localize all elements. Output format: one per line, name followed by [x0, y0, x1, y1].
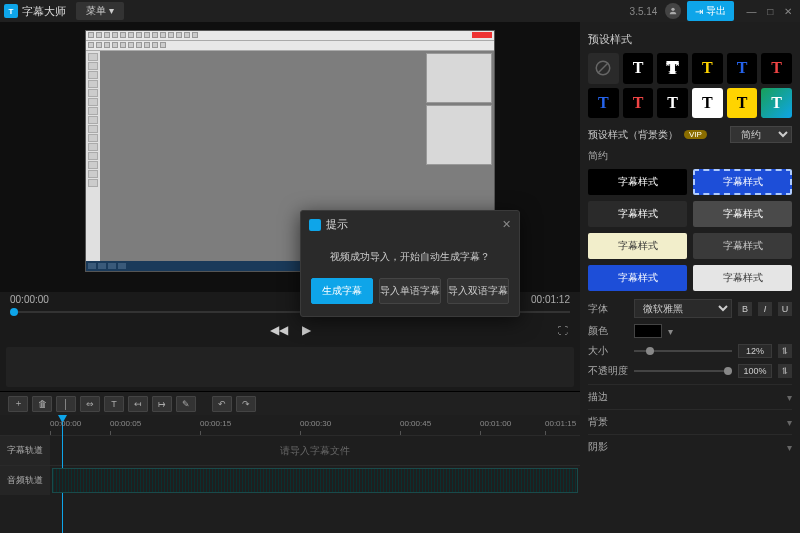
- chevron-down-icon: ▾: [787, 392, 792, 403]
- tl-split-button[interactable]: │: [56, 396, 76, 412]
- dialog-title: 提示: [326, 217, 497, 232]
- tl-align-right-button[interactable]: ↦: [152, 396, 172, 412]
- chevron-down-icon: ▾: [787, 417, 792, 428]
- import-dialog: 提示 ✕ 视频成功导入，开始自动生成字幕？ 生成字幕 导入单语字幕 导入双语字幕: [300, 210, 520, 317]
- subtitle-track-label: 字幕轨道: [0, 436, 50, 465]
- svg-point-0: [672, 8, 675, 11]
- color-label: 颜色: [588, 324, 628, 338]
- total-time: 00:01:12: [531, 294, 570, 305]
- waveform-panel: [6, 347, 574, 387]
- dialog-icon: [309, 219, 321, 231]
- preset-style-11[interactable]: T: [761, 88, 792, 119]
- audio-track-label: 音频轨道: [0, 466, 50, 495]
- size-value: 12%: [738, 344, 772, 358]
- preset-style-grid: TTTTTTTTTTT: [588, 53, 792, 118]
- opacity-label: 不透明度: [588, 364, 628, 378]
- italic-icon[interactable]: I: [758, 302, 772, 316]
- chevron-down-icon: ▾: [787, 442, 792, 453]
- tl-add-button[interactable]: ＋: [8, 396, 28, 412]
- title-bar: T 字幕大师 菜单 ▾ 3.5.14 ⇥ 导出 — □ ✕: [0, 0, 800, 22]
- preset-style-4[interactable]: T: [727, 53, 758, 84]
- preset-style-5[interactable]: T: [761, 53, 792, 84]
- tl-redo-button[interactable]: ↷: [236, 396, 256, 412]
- preset-style-3[interactable]: T: [692, 53, 723, 84]
- bg-style-grid: 字幕样式字幕样式字幕样式字幕样式字幕样式字幕样式字幕样式字幕样式: [588, 169, 792, 291]
- underline-icon[interactable]: U: [778, 302, 792, 316]
- opacity-stepper[interactable]: ⥮: [778, 364, 792, 378]
- dialog-message: 视频成功导入，开始自动生成字幕？: [301, 238, 519, 278]
- bold-icon[interactable]: B: [738, 302, 752, 316]
- bg-style-6[interactable]: 字幕样式: [588, 265, 687, 291]
- background-section[interactable]: 背景▾: [588, 409, 792, 434]
- preset-bg-select[interactable]: 简约: [730, 126, 792, 143]
- style-sidebar: 预设样式 TTTTTTTTTTT 预设样式（背景类） VIP 简约 简约 字幕样…: [580, 22, 800, 533]
- timeline[interactable]: 00:00:00 00:00:05 00:00:15 00:00:30 00:0…: [0, 415, 580, 533]
- opacity-value: 100%: [738, 364, 772, 378]
- dialog-close-button[interactable]: ✕: [502, 218, 511, 231]
- minimize-icon[interactable]: —: [746, 6, 756, 17]
- subtitle-placeholder: 请导入字幕文件: [280, 444, 350, 458]
- bg-style-3[interactable]: 字幕样式: [693, 201, 792, 227]
- export-button[interactable]: ⇥ 导出: [687, 1, 734, 21]
- stroke-section[interactable]: 描边▾: [588, 384, 792, 409]
- size-stepper[interactable]: ⥮: [778, 344, 792, 358]
- preset-bg-title: 预设样式（背景类）: [588, 128, 678, 142]
- timeline-toolbar: ＋ 🗑 │ ⇔ T ↤ ↦ ✎ ↶ ↷: [0, 391, 580, 415]
- play-button[interactable]: ▶: [302, 323, 311, 337]
- audio-track[interactable]: 音频轨道: [0, 465, 580, 495]
- version-label: 3.5.14: [630, 6, 658, 17]
- preset-style-9[interactable]: T: [692, 88, 723, 119]
- audio-waveform: [52, 468, 578, 493]
- tl-delete-button[interactable]: 🗑: [32, 396, 52, 412]
- bg-style-2[interactable]: 字幕样式: [588, 201, 687, 227]
- app-title: 字幕大师: [22, 4, 66, 19]
- user-icon[interactable]: [665, 3, 681, 19]
- font-label: 字体: [588, 302, 628, 316]
- preset-style-7[interactable]: T: [623, 88, 654, 119]
- fullscreen-icon[interactable]: ⛶: [558, 325, 568, 336]
- app-icon: T: [4, 4, 18, 18]
- vip-badge: VIP: [684, 130, 707, 139]
- bg-style-1[interactable]: 字幕样式: [693, 169, 792, 195]
- bg-style-4[interactable]: 字幕样式: [588, 233, 687, 259]
- preset-style-8[interactable]: T: [657, 88, 688, 119]
- tl-edit-button[interactable]: ✎: [176, 396, 196, 412]
- font-select[interactable]: 微软雅黑: [634, 299, 732, 318]
- preset-style-0[interactable]: [588, 53, 619, 84]
- tl-text-button[interactable]: T: [104, 396, 124, 412]
- preset-style-10[interactable]: T: [727, 88, 758, 119]
- preset-style-title: 预设样式: [588, 32, 792, 47]
- shadow-section[interactable]: 阴影▾: [588, 434, 792, 459]
- generate-subtitle-button[interactable]: 生成字幕: [311, 278, 373, 304]
- opacity-slider[interactable]: [634, 370, 732, 372]
- preset-style-1[interactable]: T: [623, 53, 654, 84]
- import-bi-subtitle-button[interactable]: 导入双语字幕: [447, 278, 509, 304]
- time-ruler[interactable]: 00:00:00 00:00:05 00:00:15 00:00:30 00:0…: [0, 415, 580, 435]
- preset-style-2[interactable]: T: [657, 53, 688, 84]
- close-icon[interactable]: ✕: [784, 6, 792, 17]
- maximize-icon[interactable]: □: [767, 6, 773, 17]
- size-label: 大小: [588, 344, 628, 358]
- preset-style-6[interactable]: T: [588, 88, 619, 119]
- current-time: 00:00:00: [10, 294, 49, 305]
- size-slider[interactable]: [634, 350, 732, 352]
- bg-style-0[interactable]: 字幕样式: [588, 169, 687, 195]
- tl-merge-button[interactable]: ⇔: [80, 396, 100, 412]
- subtitle-track[interactable]: 字幕轨道 请导入字幕文件: [0, 435, 580, 465]
- simple-section-header: 简约: [588, 149, 792, 163]
- color-swatch[interactable]: [634, 324, 662, 338]
- import-mono-subtitle-button[interactable]: 导入单语字幕: [379, 278, 441, 304]
- tl-undo-button[interactable]: ↶: [212, 396, 232, 412]
- bg-style-5[interactable]: 字幕样式: [693, 233, 792, 259]
- svg-line-2: [598, 63, 609, 74]
- tl-align-left-button[interactable]: ↤: [128, 396, 148, 412]
- rewind-button[interactable]: ◀◀: [270, 323, 288, 337]
- bg-style-7[interactable]: 字幕样式: [693, 265, 792, 291]
- menu-button[interactable]: 菜单 ▾: [76, 2, 124, 20]
